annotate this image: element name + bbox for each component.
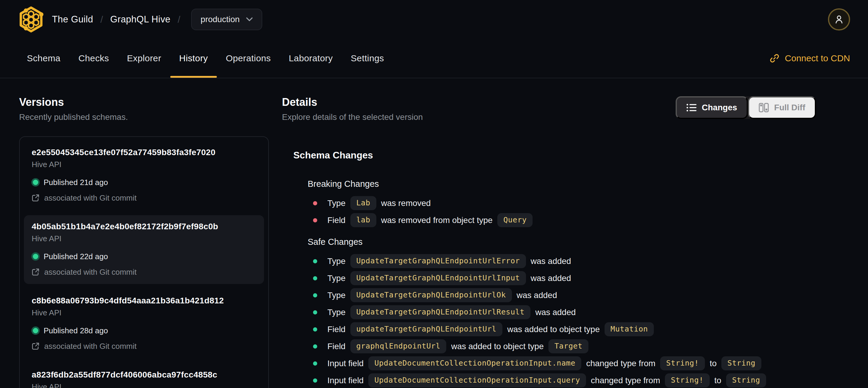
breadcrumb-separator: / bbox=[100, 14, 103, 25]
tab-schema[interactable]: Schema bbox=[18, 39, 69, 78]
change-text: was added to object type bbox=[507, 325, 600, 334]
change-text: Input field bbox=[328, 359, 364, 368]
version-service: Hive API bbox=[32, 234, 256, 243]
full-diff-toggle-button[interactable]: Full Diff bbox=[748, 96, 816, 119]
safe-change-item: FieldupdateTargetGraphQLEndpointUrlwas a… bbox=[313, 322, 816, 336]
version-hash: a823f6db2a55df877dcf406006abca97fcc4858c bbox=[32, 369, 256, 380]
change-list: TypeLabwas removedFieldlabwas removed fr… bbox=[308, 196, 816, 227]
tab-bar: SchemaChecksExplorerHistoryOperationsLab… bbox=[0, 39, 868, 78]
change-text: was added to object type bbox=[451, 342, 544, 351]
safe-change-item: FieldgraphqlEndpointUrlwas added to obje… bbox=[313, 339, 816, 353]
change-text: changed type from bbox=[586, 359, 655, 368]
change-groups: Breaking Changes TypeLabwas removedField… bbox=[293, 179, 816, 387]
git-commit-label: associated with Git commit bbox=[44, 341, 136, 351]
code-chip: UpdateDocumentCollectionOperationInput.q… bbox=[368, 374, 586, 387]
breaking-change-item: TypeLabwas removed bbox=[313, 196, 816, 210]
tab-laboratory[interactable]: Laboratory bbox=[280, 39, 342, 78]
change-group: Safe Changes TypeUpdateTargetGraphQLEndp… bbox=[293, 237, 816, 387]
safe-change-item: TypeUpdateTargetGraphQLEndpointUrlOkwas … bbox=[313, 288, 816, 302]
version-card[interactable]: c8b6e88a06793b9c4dfd54aaa21b36a1b421d812… bbox=[24, 289, 264, 358]
versions-panel: Versions Recently published schemas. e2e… bbox=[19, 96, 269, 388]
breaking-bullet-icon bbox=[313, 201, 317, 205]
change-text: Type bbox=[328, 307, 346, 317]
change-text: changed type from bbox=[591, 376, 660, 385]
environment-select-value: production bbox=[201, 14, 240, 24]
version-status: Published 22d ago bbox=[32, 252, 256, 261]
breadcrumb-separator: / bbox=[178, 14, 180, 25]
tab-explorer[interactable]: Explorer bbox=[118, 39, 170, 78]
link-icon bbox=[769, 53, 780, 63]
top-bar: The Guild / GraphQL Hive / production bbox=[0, 0, 868, 39]
schema-changes-title: Schema Changes bbox=[293, 149, 816, 161]
git-commit-label: associated with Git commit bbox=[44, 267, 136, 277]
code-chip: lab bbox=[350, 213, 376, 227]
list-icon bbox=[686, 103, 696, 112]
versions-subtitle: Recently published schemas. bbox=[19, 112, 269, 123]
user-avatar-button[interactable] bbox=[828, 8, 850, 30]
hive-logo-icon bbox=[18, 6, 44, 33]
breaking-bullet-icon bbox=[313, 218, 317, 222]
safe-bullet-icon bbox=[313, 293, 317, 297]
version-status-text: Published 22d ago bbox=[43, 252, 108, 261]
safe-bullet-icon bbox=[313, 379, 317, 383]
schema-changes-section: Schema Changes Breaking Changes TypeLabw… bbox=[282, 149, 816, 387]
hive-logo[interactable] bbox=[18, 6, 44, 33]
safe-change-item: Input fieldUpdateDocumentCollectionOpera… bbox=[313, 356, 816, 370]
published-dot-icon bbox=[33, 180, 38, 185]
connect-to-cdn-link[interactable]: Connect to CDN bbox=[769, 53, 850, 63]
tab-history[interactable]: History bbox=[170, 39, 217, 78]
change-group-title: Safe Changes bbox=[308, 237, 816, 247]
external-link-icon bbox=[32, 342, 39, 350]
version-list: e2e55045345ce13fe07f52a77459b83fa3fe7020… bbox=[19, 136, 269, 388]
split-diff-icon bbox=[759, 103, 769, 112]
chevron-down-icon bbox=[246, 17, 253, 22]
code-chip: UpdateTargetGraphQLEndpointUrlResult bbox=[350, 305, 530, 319]
connect-to-cdn-label: Connect to CDN bbox=[785, 53, 850, 63]
published-dot-icon bbox=[33, 254, 38, 259]
version-card[interactable]: e2e55045345ce13fe07f52a77459b83fa3fe7020… bbox=[24, 141, 264, 210]
git-commit-link[interactable]: associated with Git commit bbox=[32, 267, 256, 277]
version-status-text: Published 28d ago bbox=[43, 326, 108, 335]
code-chip: updateTargetGraphQLEndpointUrl bbox=[350, 322, 503, 336]
change-text: Field bbox=[328, 215, 346, 225]
safe-bullet-icon bbox=[313, 327, 317, 331]
tab-settings[interactable]: Settings bbox=[342, 39, 393, 78]
version-card[interactable]: a823f6db2a55df877dcf406006abca97fcc4858c… bbox=[24, 363, 264, 388]
git-commit-link[interactable]: associated with Git commit bbox=[32, 193, 256, 203]
change-text: was added bbox=[517, 291, 557, 300]
versions-title: Versions bbox=[19, 96, 269, 109]
change-group-title: Breaking Changes bbox=[308, 179, 816, 189]
details-panel: Details Explore details of the selected … bbox=[282, 96, 816, 387]
git-commit-label: associated with Git commit bbox=[44, 193, 136, 203]
version-service: Hive API bbox=[32, 382, 256, 388]
version-status: Published 28d ago bbox=[32, 326, 256, 335]
code-chip: UpdateDocumentCollectionOperationInput.n… bbox=[368, 356, 581, 370]
breadcrumb-project[interactable]: GraphQL Hive bbox=[110, 14, 170, 25]
code-chip: String bbox=[726, 374, 766, 387]
code-chip: UpdateTargetGraphQLEndpointUrlError bbox=[350, 254, 526, 268]
git-commit-link[interactable]: associated with Git commit bbox=[32, 341, 256, 351]
version-status-text: Published 21d ago bbox=[43, 178, 108, 187]
change-text: Type bbox=[328, 199, 346, 208]
change-text: was added bbox=[531, 257, 571, 266]
changes-toggle-label: Changes bbox=[702, 103, 737, 112]
app-window: The Guild / GraphQL Hive / production Sc… bbox=[0, 0, 868, 388]
change-text: Type bbox=[328, 291, 346, 300]
published-dot-icon bbox=[33, 328, 38, 333]
external-link-icon bbox=[32, 268, 39, 276]
changes-toggle-button[interactable]: Changes bbox=[676, 96, 748, 119]
code-chip: String bbox=[721, 356, 762, 370]
environment-select[interactable]: production bbox=[191, 9, 262, 30]
version-card[interactable]: 4b05ab51b1b4a7e2e4b0ef82172f2b9f7ef98c0b… bbox=[24, 215, 264, 284]
code-chip: UpdateTargetGraphQLEndpointUrlOk bbox=[350, 288, 512, 302]
safe-change-item: TypeUpdateTargetGraphQLEndpointUrlResult… bbox=[313, 305, 816, 319]
tab-checks[interactable]: Checks bbox=[69, 39, 118, 78]
change-text: Type bbox=[328, 273, 346, 283]
view-toggle: Changes Full Diff bbox=[676, 96, 816, 119]
change-text: was removed bbox=[381, 199, 431, 208]
breadcrumb-org[interactable]: The Guild bbox=[52, 14, 93, 25]
change-text: Field bbox=[328, 342, 346, 351]
code-chip: String! bbox=[665, 374, 710, 387]
breaking-change-item: Fieldlabwas removed from object typeQuer… bbox=[313, 213, 816, 227]
tab-operations[interactable]: Operations bbox=[217, 39, 280, 78]
